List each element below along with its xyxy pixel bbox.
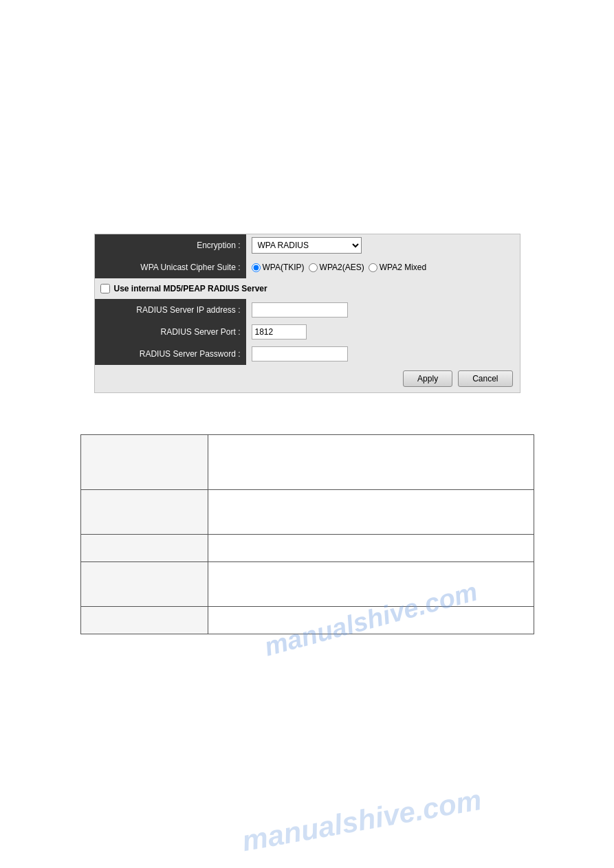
radio-wpa2-aes[interactable]: WPA2(AES): [309, 263, 364, 272]
table-row: [80, 562, 534, 607]
radius-pass-input[interactable]: [252, 346, 348, 361]
data-table-section: [80, 434, 534, 634]
radius-ip-value-cell: [246, 300, 520, 320]
table-cell-right: [208, 562, 534, 607]
encryption-value-cell: WPA RADIUS WPA WPA2 WEP: [246, 234, 520, 256]
watermark-bottom: manualshive.com: [240, 783, 484, 858]
radius-port-input[interactable]: [252, 324, 307, 340]
radio-wpa-tkip-input[interactable]: [252, 263, 261, 272]
internal-server-row: Use internal MD5/PEAP RADIUS Server: [95, 278, 520, 299]
internal-server-checkbox[interactable]: [100, 284, 110, 293]
table-row: [80, 535, 534, 562]
radius-pass-value-cell: [246, 344, 520, 364]
table-cell-left: [80, 562, 208, 607]
table-cell-right: [208, 435, 534, 490]
encryption-label: Encryption :: [95, 234, 246, 256]
radius-pass-row: RADIUS Server Password :: [95, 343, 520, 365]
settings-form: Encryption : WPA RADIUS WPA WPA2 WEP WPA…: [94, 234, 520, 393]
radio-group: WPA(TKIP) WPA2(AES) WPA2 Mixed: [246, 259, 520, 276]
apply-button[interactable]: Apply: [403, 370, 452, 387]
radius-pass-label: RADIUS Server Password :: [95, 343, 246, 365]
table-cell-left: [80, 435, 208, 490]
table-row: [80, 490, 534, 535]
internal-server-label: Use internal MD5/PEAP RADIUS Server: [114, 284, 267, 293]
table-row: [80, 607, 534, 634]
encryption-select[interactable]: WPA RADIUS WPA WPA2 WEP: [252, 237, 362, 254]
table-cell-left: [80, 535, 208, 562]
radio-wpa-tkip[interactable]: WPA(TKIP): [252, 263, 305, 272]
table-cell-right: [208, 535, 534, 562]
radius-ip-label: RADIUS Server IP address :: [95, 299, 246, 321]
cancel-button[interactable]: Cancel: [458, 370, 512, 387]
table-row: [80, 435, 534, 490]
radius-ip-input[interactable]: [252, 302, 348, 318]
radio-wpa2-aes-input[interactable]: [309, 263, 318, 272]
data-table: [80, 434, 534, 634]
wpa-cipher-row: WPA Unicast Cipher Suite : WPA(TKIP) WPA…: [95, 256, 520, 278]
radius-port-label: RADIUS Server Port :: [95, 321, 246, 343]
radius-port-value-cell: [246, 322, 520, 342]
buttons-row: Apply Cancel: [95, 365, 520, 392]
table-cell-right: [208, 607, 534, 634]
table-cell-left: [80, 607, 208, 634]
radio-wpa2-mixed[interactable]: WPA2 Mixed: [369, 263, 426, 272]
table-cell-left: [80, 490, 208, 535]
radio-wpa2-mixed-input[interactable]: [369, 263, 377, 272]
wpa-cipher-label: WPA Unicast Cipher Suite :: [95, 256, 246, 278]
encryption-row: Encryption : WPA RADIUS WPA WPA2 WEP: [95, 234, 520, 256]
table-cell-right: [208, 490, 534, 535]
radius-ip-row: RADIUS Server IP address :: [95, 299, 520, 321]
radius-port-row: RADIUS Server Port :: [95, 321, 520, 343]
